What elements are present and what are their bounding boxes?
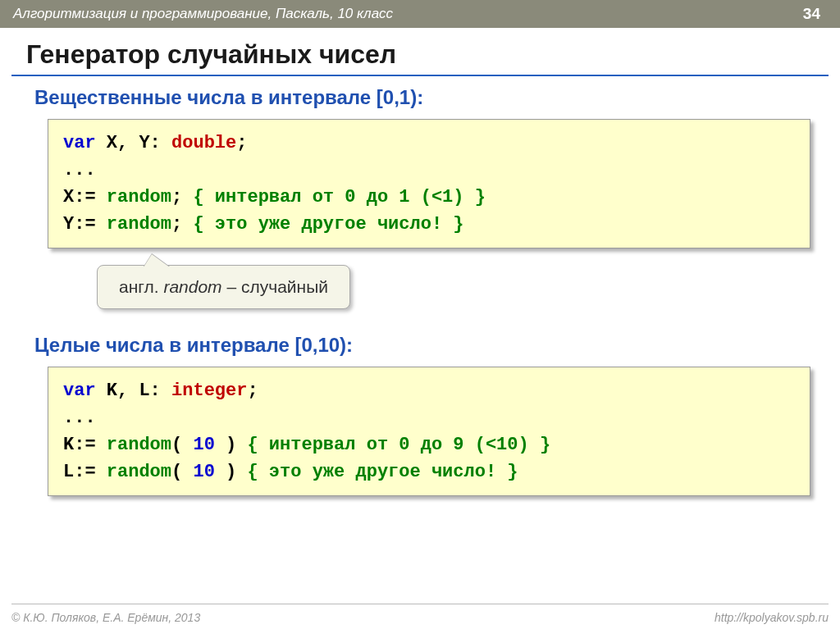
code-text: X:= (63, 187, 107, 207)
callout: англ. random – случайный (97, 265, 350, 309)
code-line: ... (63, 404, 795, 431)
comment: } (529, 435, 550, 455)
code-text: X, Y: (96, 133, 171, 153)
section2-heading: Целые числа в интервале [0,10): (34, 334, 840, 357)
copyright: © К.Ю. Поляков, Е.А. Ерёмин, 2013 (11, 611, 200, 624)
code-text: ( (171, 435, 182, 455)
callout-tail-icon (144, 254, 170, 267)
code-line: X:= random; { интервал от 0 до 1 (<1) } (63, 184, 795, 211)
code-text: L:= (63, 462, 107, 482)
footer-divider (11, 604, 829, 604)
keyword-var: var (63, 381, 96, 401)
title-divider (11, 75, 829, 76)
page-number: 34 (803, 5, 820, 23)
keyword-fn: random (107, 187, 171, 207)
comment: { (182, 214, 215, 235)
code-text: ) (226, 462, 236, 482)
code-line: var X, Y: double; (63, 130, 795, 157)
keyword-type: double (171, 133, 236, 153)
code-arg: 10 (182, 462, 226, 482)
code-text: ; (247, 381, 258, 401)
comment: } (442, 214, 463, 235)
code-line: L:= random( 10 ) { это уже другое число!… (63, 458, 795, 485)
code-text: K:= (63, 435, 107, 455)
comment: интервал от 0 до 1 (<1) (215, 187, 464, 207)
code-line: K:= random( 10 ) { интервал от 0 до 9 (<… (63, 431, 795, 458)
section1-heading: Вещественные числа в интервале [0,1): (34, 86, 840, 109)
callout-text: англ. (119, 277, 163, 296)
code-block-1: var X, Y: double; ... X:= random; { инте… (48, 119, 810, 248)
callout-wrap: англ. random – случайный (97, 265, 840, 309)
callout-word: random (163, 277, 221, 296)
page-title: Генератор случайных чисел (0, 28, 840, 75)
code-text: ( (171, 462, 182, 482)
code-text: Y:= (63, 214, 107, 235)
comment: это уже другое число! (269, 462, 496, 482)
comment: интервал от 0 до 9 (<10) (269, 435, 529, 455)
footer: © К.Ю. Поляков, Е.А. Ерёмин, 2013 http:/… (11, 611, 829, 624)
code-line: Y:= random; { это уже другое число! } (63, 211, 795, 238)
comment: { (182, 187, 215, 207)
comment: это уже другое число! (215, 214, 442, 235)
code-text: ; (171, 187, 182, 207)
code-line: var K, L: integer; (63, 377, 795, 404)
comment: } (496, 462, 518, 482)
code-text: ) (226, 435, 236, 455)
code-arg: 10 (182, 435, 226, 455)
callout-text: – случайный (222, 277, 328, 296)
keyword-type: integer (171, 381, 247, 401)
keyword-fn: random (107, 462, 171, 482)
comment: { (236, 462, 269, 482)
footer-url: http://kpolyakov.spb.ru (714, 611, 829, 624)
comment: } (464, 187, 486, 207)
breadcrumb: Алгоритмизация и программирование, Паска… (13, 6, 393, 22)
keyword-fn: random (107, 435, 171, 455)
code-text: ; (236, 133, 247, 153)
comment: { (236, 435, 269, 455)
header-bar: Алгоритмизация и программирование, Паска… (0, 0, 840, 28)
code-text: ; (171, 214, 182, 235)
keyword-var: var (63, 133, 96, 153)
code-block-2: var K, L: integer; ... K:= random( 10 ) … (48, 367, 810, 496)
keyword-fn: random (107, 214, 171, 235)
code-line: ... (63, 157, 795, 184)
code-text: K, L: (96, 381, 171, 401)
